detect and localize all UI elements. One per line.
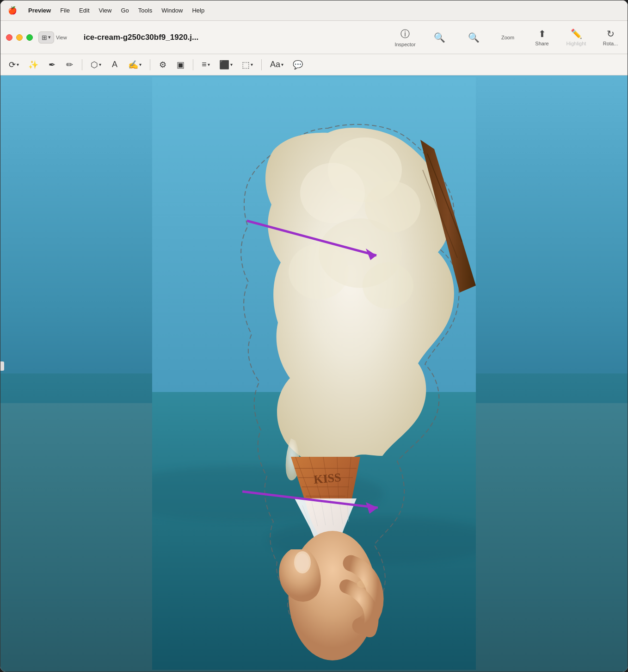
fill-chevron[interactable]: ▾ <box>251 62 253 67</box>
minimize-button[interactable] <box>16 34 23 41</box>
zoom-label: Zoom <box>501 35 514 40</box>
menu-help[interactable]: Help <box>192 7 204 14</box>
draw-tool[interactable]: ✏ <box>62 58 76 72</box>
bubble-icon: 💬 <box>293 60 303 70</box>
signature-icon: ✍ <box>128 60 138 70</box>
font-chevron[interactable]: ▾ <box>281 62 283 67</box>
menu-bar: 🍎 Preview File Edit View Go Tools Window… <box>0 0 628 21</box>
menu-preview[interactable]: Preview <box>28 7 51 14</box>
window-controls <box>6 34 33 41</box>
close-button[interactable] <box>6 34 12 41</box>
highlight-icon: ✏️ <box>571 28 582 39</box>
sparkle-icon: ✨ <box>28 60 38 70</box>
pencil-icon: ✏ <box>66 60 73 70</box>
border-color-tool[interactable]: ⬛ ▾ <box>216 58 235 72</box>
line-style-icon: ≡ <box>202 60 207 69</box>
smart-lasso-tool[interactable]: ✨ <box>25 58 41 72</box>
svg-point-30 <box>296 554 309 571</box>
rotate-icon: ↻ <box>607 28 615 39</box>
signature-tool[interactable]: ✍ ▾ <box>125 58 144 72</box>
menu-tools[interactable]: Tools <box>138 7 152 14</box>
inspector-button[interactable]: ⓘ Inspector <box>394 28 417 47</box>
maximize-button[interactable] <box>26 34 33 41</box>
svg-point-6 <box>300 163 365 223</box>
menu-go[interactable]: Go <box>121 7 129 14</box>
speech-bubble-tool[interactable]: 💬 <box>290 58 306 72</box>
ice-cream-image: KISS <box>152 75 476 672</box>
selection-chevron[interactable]: ▾ <box>17 62 19 67</box>
rotate-button[interactable]: ↻ Rota... <box>599 28 622 46</box>
highlight-label: Highlight <box>566 41 586 46</box>
share-label: Share <box>535 41 548 46</box>
fill-color-tool[interactable]: ⬚ ▾ <box>239 58 256 72</box>
line-style-tool[interactable]: ≡ ▾ <box>199 58 213 71</box>
menu-view[interactable]: View <box>99 7 112 14</box>
zoom-out-button[interactable]: 🔍 <box>428 32 451 43</box>
view-btn[interactable]: View <box>56 35 67 40</box>
crop-icon: ▣ <box>177 60 185 70</box>
view-toggle[interactable]: ⊞ ▾ <box>38 31 54 44</box>
shapes-chevron[interactable]: ▾ <box>99 62 101 67</box>
menu-window[interactable]: Window <box>161 7 183 14</box>
adjust-icon: ⚙ <box>159 60 166 70</box>
font-tool[interactable]: Aa ▾ <box>267 58 286 71</box>
pen-icon: ✒ <box>49 60 55 70</box>
border-chevron[interactable]: ▾ <box>230 62 233 67</box>
selection-tool[interactable]: ⟳ ▾ <box>6 58 22 72</box>
menu-file[interactable]: File <box>60 7 70 14</box>
shapes-tool[interactable]: ⬡ ▾ <box>88 58 104 72</box>
grid-view-icon: ⊞ <box>42 34 47 41</box>
crop-tool[interactable]: ▣ <box>173 58 187 72</box>
shapes-icon: ⬡ <box>91 60 98 70</box>
separator2 <box>150 59 150 70</box>
apple-menu[interactable]: 🍎 <box>8 6 17 15</box>
toolbar-actions: ⓘ Inspector 🔍 🔍 Zoom ⬆ Share ✏️ Highligh… <box>394 28 622 47</box>
preview-window: 🍎 Preview File Edit View Go Tools Window… <box>0 0 628 672</box>
border-color-icon: ⬛ <box>219 60 229 70</box>
text-icon: A <box>112 60 117 69</box>
file-title: ice-cream-g250c30bf9_1920.j... <box>84 33 386 42</box>
main-toolbar: ⊞ ▾ View ice-cream-g250c30bf9_1920.j... … <box>0 21 628 54</box>
lasso-icon: ⟳ <box>9 60 16 70</box>
inspector-label: Inspector <box>394 42 415 47</box>
sketch-tool[interactable]: ✒ <box>45 58 59 72</box>
svg-text:KISS: KISS <box>313 471 342 486</box>
font-icon: Aa <box>270 60 280 69</box>
rotate-label: Rota... <box>603 41 618 46</box>
svg-point-9 <box>363 262 413 309</box>
svg-point-31 <box>357 580 368 588</box>
zoom-out-icon: 🔍 <box>434 32 445 43</box>
share-button[interactable]: ⬆ Share <box>530 28 554 46</box>
menu-edit[interactable]: Edit <box>79 7 89 14</box>
zoom-in-icon: 🔍 <box>468 32 480 43</box>
separator3 <box>193 59 193 70</box>
zoom-label-btn: Zoom <box>496 35 519 40</box>
highlight-button[interactable]: ✏️ Highlight <box>565 28 588 46</box>
share-icon: ⬆ <box>538 28 546 39</box>
annotation-toolbar: ⟳ ▾ ✨ ✒ ✏ ⬡ ▾ A ✍ ▾ ⚙ ▣ <box>0 54 628 75</box>
inspector-icon: ⓘ <box>400 28 410 40</box>
fill-color-icon: ⬚ <box>242 60 250 70</box>
signature-chevron[interactable]: ▾ <box>139 62 142 67</box>
scroll-indicator[interactable] <box>0 361 4 371</box>
svg-point-8 <box>289 244 349 299</box>
separator1 <box>82 59 82 70</box>
adjust-tool[interactable]: ⚙ <box>156 58 170 72</box>
view-label: View <box>56 35 67 40</box>
separator4 <box>261 59 262 70</box>
line-style-chevron[interactable]: ▾ <box>208 62 210 67</box>
canvas-area[interactable]: KISS <box>0 75 628 672</box>
zoom-in-button[interactable]: 🔍 <box>462 32 485 43</box>
text-tool[interactable]: A <box>108 58 122 71</box>
view-dropdown-chevron[interactable]: ▾ <box>48 34 51 40</box>
